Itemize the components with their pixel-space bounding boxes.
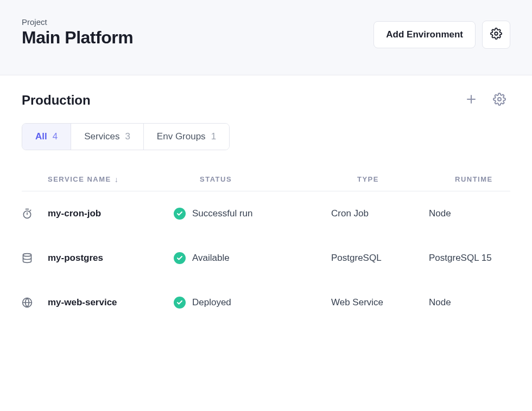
table-row[interactable]: my-cron-job Successful run Cron Job Node bbox=[22, 191, 510, 236]
status-check-icon bbox=[174, 252, 186, 264]
environment-actions bbox=[465, 93, 510, 108]
tab-label: Env Groups bbox=[157, 131, 206, 142]
service-runtime: Node bbox=[429, 297, 510, 308]
header-type[interactable]: TYPE bbox=[357, 175, 455, 183]
service-runtime: Node bbox=[429, 208, 510, 219]
table-header: SERVICE NAME ↓ STATUS TYPE RUNTIME bbox=[22, 168, 510, 191]
status-check-icon bbox=[174, 208, 186, 220]
status-text: Successful run bbox=[192, 208, 253, 219]
header-runtime[interactable]: RUNTIME bbox=[455, 175, 510, 183]
service-type-icon bbox=[22, 253, 48, 264]
service-status: Deployed bbox=[174, 297, 331, 309]
tab-count: 4 bbox=[53, 131, 58, 142]
service-type: PostgreSQL bbox=[331, 253, 429, 264]
environment-header: Production bbox=[22, 93, 510, 108]
service-type: Web Service bbox=[331, 297, 429, 308]
service-name: my-web-service bbox=[48, 297, 174, 308]
gear-icon[interactable] bbox=[493, 93, 506, 108]
main-content: Production All 4 Services 3 Env Groups 1… bbox=[0, 75, 532, 325]
gear-icon bbox=[490, 28, 502, 42]
tab-count: 1 bbox=[211, 131, 216, 142]
svg-point-0 bbox=[495, 32, 498, 35]
svg-point-3 bbox=[498, 98, 501, 101]
svg-point-8 bbox=[23, 254, 31, 256]
status-check-icon bbox=[174, 297, 186, 309]
service-status: Available bbox=[174, 252, 331, 264]
table-row[interactable]: my-web-service Deployed Web Service Node bbox=[22, 280, 510, 325]
tab-services[interactable]: Services 3 bbox=[71, 124, 144, 150]
settings-button[interactable] bbox=[482, 21, 510, 49]
header-actions: Add Environment bbox=[373, 21, 510, 49]
add-environment-button[interactable]: Add Environment bbox=[373, 21, 476, 48]
tab-label: All bbox=[35, 131, 47, 142]
service-type: Cron Job bbox=[331, 208, 429, 219]
plus-icon[interactable] bbox=[465, 93, 478, 108]
page-header: Project Main Platform Add Environment bbox=[0, 0, 532, 75]
header-status[interactable]: STATUS bbox=[200, 175, 357, 183]
table-row[interactable]: my-postgres Available PostgreSQL Postgre… bbox=[22, 236, 510, 280]
tab-all[interactable]: All 4 bbox=[22, 124, 71, 150]
environment-title: Production bbox=[22, 93, 91, 108]
header-left: Project Main Platform bbox=[22, 17, 133, 48]
service-type-icon bbox=[22, 208, 48, 219]
service-name: my-postgres bbox=[48, 253, 174, 264]
tab-count: 3 bbox=[125, 131, 130, 142]
header-service-name[interactable]: SERVICE NAME ↓ bbox=[48, 175, 200, 183]
svg-line-7 bbox=[30, 210, 31, 211]
service-runtime: PostgreSQL 15 bbox=[429, 253, 510, 264]
tabs: All 4 Services 3 Env Groups 1 bbox=[22, 123, 230, 150]
service-type-icon bbox=[22, 297, 48, 308]
status-text: Available bbox=[192, 253, 230, 264]
service-status: Successful run bbox=[174, 208, 331, 220]
service-name: my-cron-job bbox=[48, 208, 174, 219]
status-text: Deployed bbox=[192, 297, 231, 308]
tab-env-groups[interactable]: Env Groups 1 bbox=[144, 124, 229, 150]
tab-label: Services bbox=[84, 131, 119, 142]
sort-arrow-icon: ↓ bbox=[115, 176, 119, 183]
project-title: Main Platform bbox=[22, 28, 133, 48]
project-label: Project bbox=[22, 17, 133, 27]
